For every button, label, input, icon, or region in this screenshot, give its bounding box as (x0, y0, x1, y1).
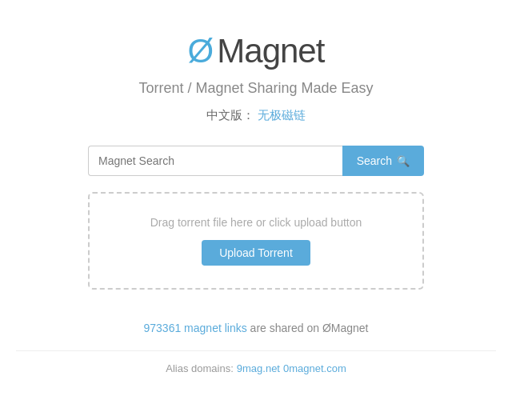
tagline: Torrent / Magnet Sharing Made Easy (138, 80, 373, 97)
logo-text: Magnet (217, 32, 324, 70)
search-input[interactable] (88, 146, 342, 176)
chinese-label: 中文版： (206, 108, 254, 122)
chinese-link[interactable]: 无极磁链 (258, 108, 306, 122)
page-container: Ø Magnet Torrent / Magnet Sharing Made E… (0, 0, 512, 390)
logo-area: Ø Magnet (188, 32, 325, 70)
stats-count[interactable]: 973361 (144, 322, 182, 334)
footer: Alias domains: 9mag.net 0magnet.com (166, 362, 346, 374)
search-row: Search 🔍 (88, 146, 424, 176)
alias-label: Alias domains: (166, 362, 234, 374)
upload-button[interactable]: Upload Torrent (202, 240, 310, 266)
stats-link-text[interactable]: magnet links (181, 322, 246, 334)
alias-domain2[interactable]: 0magnet.com (283, 362, 346, 374)
chinese-link-row: 中文版： 无极磁链 (206, 108, 306, 123)
search-button-label: Search (357, 154, 392, 167)
divider (16, 350, 496, 351)
stats-row: 973361 magnet links are shared on ØMagne… (144, 322, 369, 334)
upload-zone[interactable]: Drag torrent file here or click upload b… (88, 192, 424, 290)
alias-domain1[interactable]: 9mag.net (237, 362, 280, 374)
search-icon: 🔍 (397, 155, 410, 167)
upload-hint: Drag torrent file here or click upload b… (150, 216, 362, 229)
stats-suffix: are shared on ØMagnet (247, 322, 369, 334)
search-button[interactable]: Search 🔍 (342, 146, 424, 176)
logo-icon: Ø (188, 34, 214, 68)
